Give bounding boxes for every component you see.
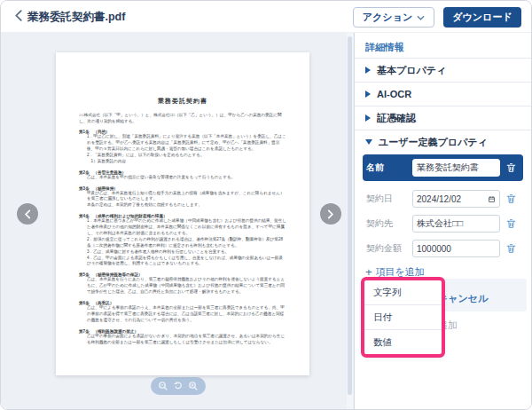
add-item-label: 項目を追加 (376, 265, 425, 279)
property-label: 名前 (363, 162, 412, 174)
document-text-line: 1．本件業務に基づき乙が甲のために作成した成果物（中間成果物も含む）および役務の… (87, 218, 286, 237)
contract-date-input[interactable] (417, 194, 486, 204)
app-window: 業務委託契約書.pdf アクション ダウンロード 業務委託契約書 ○○株式会社（… (0, 0, 532, 410)
dropdown-option-date[interactable]: 日付 (364, 304, 442, 329)
document-section: 第1条 （目的）1．甲は乙に対し、別途「業務委託資料」により発注する業務（以下「… (79, 130, 286, 164)
document-text-line: 1）業務委託の内容 (87, 159, 286, 165)
document-text-line: 本条の定めは、本契約終了後も有効に存続するものとします。 (87, 202, 286, 209)
property-label: 契約金額 (363, 242, 412, 255)
rotate-icon (173, 381, 184, 391)
document-text-line: 乙は甲の事前の書面による承諾がないかぎり、本契約の地位を第三者に譲渡させ、あるい… (87, 334, 286, 346)
amount-field-wrapper (412, 240, 500, 257)
next-page-button[interactable] (320, 203, 341, 225)
document-text-line: 1．甲は乙に対し、別途「業務委託資料」により発注する業務（以下「本件業務」という… (87, 134, 286, 153)
rotate-button[interactable] (172, 381, 184, 392)
property-row-contract-amount[interactable]: 契約金額 (363, 238, 523, 259)
calendar-icon[interactable] (488, 195, 496, 203)
zoom-in-button[interactable] (188, 381, 200, 392)
trash-icon (505, 217, 517, 230)
contract-party-input[interactable] (417, 219, 496, 229)
document-preview-area: 業務委託契約書 ○○株式会社（以下「甲」という。）と、株式会社□□（以下「乙」と… (1, 33, 354, 410)
document-text-line: 甲及び乙は、本件業務遂行上知り得た相手方の業務上の情報（成果物を含みますが、これ… (87, 191, 286, 203)
sidebar-sections: 基本プロパティ AI-OCR 証憑確認 ユーザー定義プロパティ (355, 58, 532, 154)
add-item-button[interactable]: + 項目を追加 (365, 265, 425, 279)
trash-icon (505, 193, 517, 205)
date-field-wrapper (412, 190, 500, 208)
document-text-line: 4．乙は、甲の書面による承諾を得るかもしくは引用し、合意をしなければ、成果物の全… (87, 256, 286, 268)
contract-amount-input[interactable] (417, 244, 496, 254)
property-label: 契約日 (363, 193, 412, 205)
chevron-right-icon (365, 67, 371, 74)
preview-scrollbar[interactable] (347, 33, 353, 410)
trash-icon (505, 162, 517, 174)
zoom-in-icon (188, 381, 199, 391)
chevron-left-icon (24, 209, 31, 219)
document-text-line: 2．「業務委託資料」には、以下の取扱いを定めるものとする。 (87, 153, 286, 159)
document-section: 第4条 （成果の権利および知的財産権の帰属）1．本件業務に基づき乙が甲のために作… (79, 214, 286, 267)
name-field-wrapper (412, 159, 500, 177)
dropdown-option-string[interactable]: 文字列 (364, 280, 442, 304)
sidebar-title: 詳細情報 (365, 41, 404, 54)
chevron-right-icon (365, 114, 371, 122)
zoom-out-icon (158, 381, 168, 391)
section-user-defined-properties[interactable]: ユーザー定義プロパティ (355, 130, 532, 154)
document-section: 第5条 （秘密保持義務等の保証）乙は、本件業務を行うにあたり、第三者の秘密保持義… (79, 272, 286, 296)
field-type-dropdown: 文字列 日付 数値 (364, 280, 442, 354)
action-button-label: アクション (363, 11, 412, 24)
previous-page-button[interactable] (17, 203, 38, 225)
download-button[interactable]: ダウンロード (443, 7, 521, 28)
document-title: 業務委託契約書 (79, 97, 286, 106)
dropdown-option-number[interactable]: 数値 (364, 329, 442, 354)
zoom-out-button[interactable] (157, 381, 168, 392)
document-text-line: 3．乙は、成果物に対する著作者人格権の権利を行使しないことを合意する。 (87, 249, 286, 256)
property-row-name[interactable]: 名前 (363, 154, 523, 181)
delete-property-button[interactable] (505, 242, 517, 256)
cancel-button[interactable]: キャンセル (438, 292, 488, 305)
name-input[interactable] (417, 163, 496, 173)
section-label: 証憑確認 (377, 112, 416, 125)
document-text-line: 2．前項の規定に従ってこれらの権利が譲渡される場合は、著作権法第27条（翻訳権、… (87, 237, 286, 249)
chevron-right-icon (365, 91, 371, 98)
document-section: 第6条 （再委託）乙は、甲による事前の承諾のうえ、本件業務の全部または一部を第三… (79, 301, 286, 324)
document-text-line: 乙は、本件業務を行うにあたり、第三者の秘密保持義務およびその他の権利を侵害しない… (87, 277, 286, 296)
section-label: ユーザー定義プロパティ (379, 136, 488, 149)
document-intro: ○○株式会社（以下「甲」という。）と、株式会社□□（以下「乙」という。）は、甲か… (79, 112, 286, 124)
action-button[interactable]: アクション (353, 7, 434, 28)
zoom-controls (151, 377, 206, 395)
document-text-line: 乙は、甲による事前の承諾のうえ、本件業務の全部または一部を第三者に再委託できるも… (87, 305, 286, 324)
chevron-left-icon (14, 10, 22, 21)
section-label: AI-OCR (377, 89, 411, 99)
delete-property-button[interactable] (505, 162, 517, 175)
section-basic-properties[interactable]: 基本プロパティ (355, 58, 532, 82)
scrollbar-thumb[interactable] (348, 36, 352, 395)
section-evidence-check[interactable]: 証憑確認 (355, 106, 532, 130)
document-section: 第7条 （権利義務譲渡の禁止）乙は甲の事前の書面による承諾がないかぎり、本契約の… (79, 329, 286, 346)
document-page: 業務委託契約書 ○○株式会社（以下「甲」という。）と、株式会社□□（以下「乙」と… (56, 52, 309, 375)
chevron-right-icon (327, 209, 334, 219)
section-label: 基本プロパティ (377, 64, 446, 77)
chevron-down-icon (417, 15, 425, 20)
file-title: 業務委託契約書.pdf (27, 10, 125, 25)
plus-icon: + (365, 266, 372, 278)
delete-property-button[interactable] (505, 217, 517, 231)
back-button[interactable] (10, 9, 26, 25)
document-sections: 第1条 （目的）1．甲は乙に対し、別途「業務委託資料」により発注する業務（以下「… (79, 130, 286, 345)
party-field-wrapper (412, 215, 500, 233)
property-row-contract-date[interactable]: 契約日 (363, 188, 523, 209)
delete-property-button[interactable] (505, 193, 517, 206)
property-row-contract-party[interactable]: 契約先 (363, 213, 523, 234)
details-sidebar: 詳細情報 基本プロパティ AI-OCR 証憑確認 ユーザー定義プロパティ 名前 (354, 33, 532, 410)
document-section: 第2条 （善管注意義務）乙は、本件業務を甲の指示に従い善良な管理者の注意をもって… (79, 170, 286, 181)
trash-icon (505, 242, 517, 255)
document-section: 第3条 （秘密保持）甲及び乙は、本件業務遂行上知り得た相手方の業務上の情報（成果… (79, 186, 286, 209)
section-ai-ocr[interactable]: AI-OCR (355, 82, 532, 106)
document-text-line: 乙は、本件業務を甲の指示に従い善良な管理者の注意をもって行うものとする。 (87, 175, 286, 181)
property-label: 契約先 (363, 217, 412, 230)
chevron-down-icon (365, 139, 372, 145)
top-bar: 業務委託契約書.pdf アクション ダウンロード (1, 1, 531, 33)
